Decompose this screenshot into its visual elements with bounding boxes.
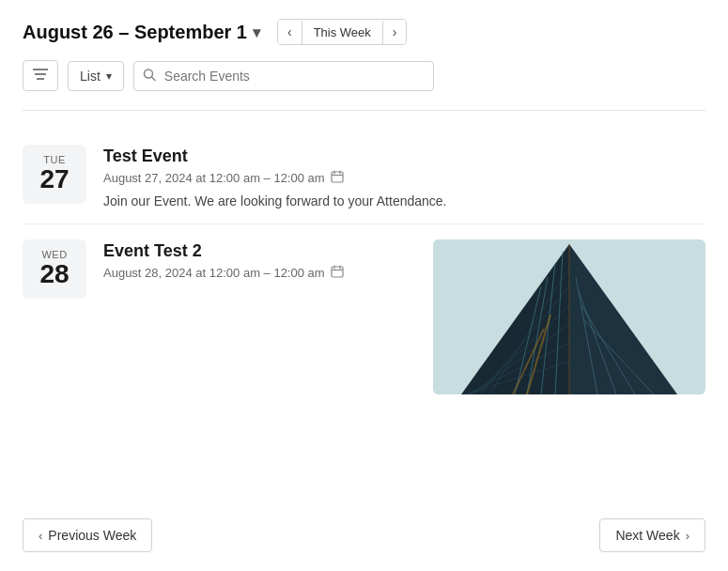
next-week-nav-button[interactable]: ›	[383, 20, 407, 44]
building-image	[433, 239, 705, 394]
event-description-1: Join our Event. We are looking forward t…	[103, 193, 705, 208]
event-title-1[interactable]: Test Event	[103, 147, 705, 166]
search-wrapper	[133, 61, 434, 91]
list-chevron-icon: ▾	[106, 69, 112, 83]
event-time-1: August 27, 2024 at 12:00 am – 12:00 am	[103, 170, 705, 186]
search-icon	[143, 68, 156, 84]
svg-line-4	[151, 77, 155, 81]
event-details-1: Test Event August 27, 2024 at 12:00 am –…	[103, 145, 705, 208]
date-range-text: August 26 – September 1	[23, 22, 247, 43]
calendar-icon-2	[331, 265, 344, 281]
next-week-nav-icon: ›	[393, 24, 397, 39]
date-badge-tue: TUE 27	[23, 145, 86, 204]
previous-week-label: Previous Week	[48, 528, 136, 543]
toolbar-row: List ▾	[23, 60, 705, 91]
event-item: TUE 27 Test Event August 27, 2024 at 12:…	[23, 130, 705, 224]
previous-week-button[interactable]: ‹ Previous Week	[23, 518, 152, 552]
day-number-1: 27	[39, 165, 69, 194]
list-view-button[interactable]: List ▾	[68, 61, 124, 91]
event-time-text-2: August 28, 2024 at 12:00 am – 12:00 am	[103, 266, 325, 280]
toolbar-divider	[23, 110, 705, 111]
next-week-button[interactable]: Next Week ›	[599, 518, 705, 552]
event-item-2: WED 28 Event Test 2 August 28, 2024 at 1…	[23, 224, 705, 409]
events-list: TUE 27 Test Event August 27, 2024 at 12:…	[23, 130, 705, 409]
day-number-2: 28	[39, 260, 69, 289]
prev-week-nav-icon: ‹	[287, 24, 292, 39]
footer-row: ‹ Previous Week Next Week ›	[0, 503, 728, 571]
main-container: August 26 – September 1 ▾ ‹ This Week ›	[0, 0, 728, 428]
date-range-chevron[interactable]: ▾	[253, 23, 260, 41]
search-input[interactable]	[133, 61, 434, 91]
date-badge-wed: WED 28	[23, 239, 86, 299]
calendar-icon-1	[331, 170, 344, 186]
svg-rect-5	[332, 172, 343, 182]
this-week-label: This Week	[302, 21, 383, 44]
date-range: August 26 – September 1 ▾	[23, 22, 260, 43]
next-week-chevron: ›	[686, 529, 689, 543]
header-row: August 26 – September 1 ▾ ‹ This Week ›	[23, 19, 705, 45]
filter-icon	[33, 68, 48, 84]
list-label: List	[80, 69, 101, 84]
filter-button[interactable]	[23, 60, 58, 91]
event-title-2[interactable]: Event Test 2	[103, 241, 416, 261]
event-time-2: August 28, 2024 at 12:00 am – 12:00 am	[103, 265, 416, 281]
week-nav: ‹ This Week ›	[277, 19, 408, 45]
svg-rect-9	[332, 267, 343, 277]
next-week-label: Next Week	[615, 528, 679, 543]
prev-week-nav-button[interactable]: ‹	[278, 20, 302, 44]
event-time-text-1: August 27, 2024 at 12:00 am – 12:00 am	[103, 171, 325, 185]
event-image-container	[433, 239, 705, 394]
event-details-2: Event Test 2 August 28, 2024 at 12:00 am…	[103, 239, 416, 288]
prev-week-chevron: ‹	[39, 529, 42, 543]
